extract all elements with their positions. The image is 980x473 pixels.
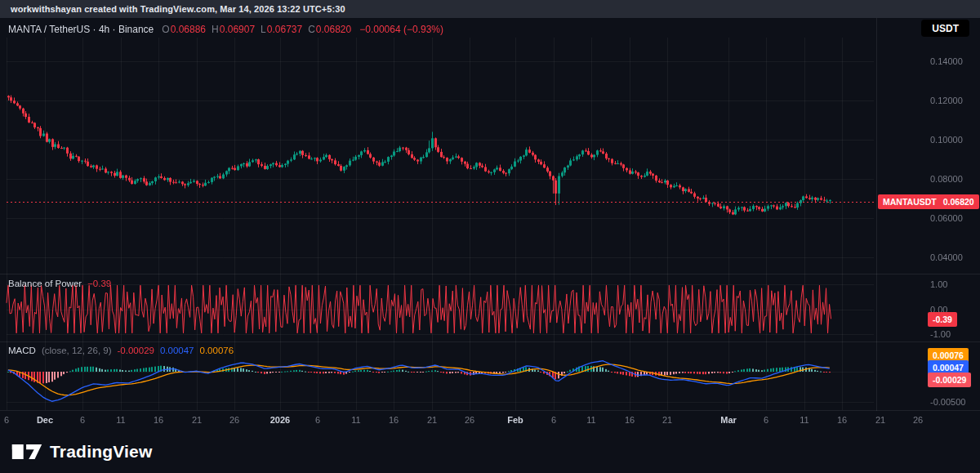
macd-hist-value: -0.00029	[118, 346, 154, 355]
ohlc-values: O0.06886 H0.06907 L0.06737 C0.06820	[162, 24, 351, 35]
chart-canvas[interactable]	[0, 18, 980, 431]
time-axis-label: 6	[748, 415, 784, 425]
price-scale-label: 0.14000	[930, 56, 963, 67]
time-axis-label: 21	[862, 415, 898, 425]
macd-line-value: 0.00047	[160, 346, 194, 355]
high-label: H	[212, 24, 219, 35]
price-scale-label: 0.10000	[930, 134, 963, 145]
price-scale-label: 0.06000	[930, 212, 963, 224]
price-scale-separator[interactable]	[876, 18, 877, 411]
open-pair: O0.06886	[162, 24, 206, 35]
last-price-value: 0.06820	[943, 196, 974, 207]
time-axis-label: 11	[103, 415, 139, 425]
symbol-legend[interactable]: MANTA / TetherUS · 4h · Binance O0.06886…	[8, 24, 443, 35]
time-axis-label: 26	[900, 415, 936, 425]
time-axis-label: 21	[179, 415, 215, 425]
last-price-symbol: MANTAUSDT	[883, 196, 937, 207]
bop-value-tag: -0.39	[928, 312, 957, 327]
time-axis-label: 16	[376, 415, 412, 425]
high-value: 0.06907	[220, 24, 255, 35]
high-pair: H0.06907	[212, 24, 255, 35]
time-axis-label: 21	[414, 415, 450, 425]
time-axis-label: Mar	[710, 415, 746, 425]
time-axis-label: 16	[824, 415, 860, 425]
macd-signal-value: 0.00076	[200, 346, 234, 355]
time-axis-label: 6	[300, 415, 336, 425]
macd-hist-tag: -0.00029	[928, 373, 971, 387]
time-axis-label: 11	[786, 415, 822, 425]
symbol-title[interactable]: MANTA / TetherUS · 4h · Binance	[8, 24, 154, 35]
time-axis-label: 16	[612, 415, 648, 425]
time-axis-label: Feb	[497, 415, 533, 425]
attribution-text: workwithshayan created with TradingView.…	[11, 4, 345, 14]
macd-scale-label: -0.00500	[930, 396, 965, 408]
low-label: L	[261, 24, 266, 35]
time-axis-label: 6	[536, 415, 572, 425]
low-value: 0.06737	[267, 24, 302, 35]
tradingview-logo[interactable]: TradingView	[11, 440, 153, 464]
time-axis-label: 26	[216, 415, 252, 425]
currency-toggle-button[interactable]: USDT	[921, 20, 969, 37]
last-price-tag: MANTAUSDT 0.06820	[878, 194, 979, 209]
close-value: 0.06820	[316, 24, 351, 35]
footer: TradingView	[0, 431, 980, 473]
time-axis-label: 26	[452, 415, 488, 425]
price-scale-label: 0.12000	[930, 95, 963, 106]
time-axis-label: 21	[649, 415, 685, 425]
close-label: C	[308, 24, 315, 35]
time-axis-label: 6	[65, 415, 100, 425]
bop-macd-pane-separator[interactable]	[0, 341, 980, 342]
price-scale-label: 0.08000	[930, 173, 963, 185]
bop-scale-label: -1.00	[930, 328, 951, 340]
bop-value: −0.39	[87, 279, 111, 288]
close-pair: C0.06820	[308, 24, 351, 35]
time-axis-label: Dec	[27, 415, 63, 425]
tradingview-chart-screenshot: workwithshayan created with TradingView.…	[0, 0, 980, 473]
time-axis-label: 2026	[262, 415, 298, 425]
tradingview-logo-icon	[11, 440, 43, 464]
time-axis-label: 11	[338, 415, 374, 425]
open-value: 0.06886	[171, 24, 206, 35]
bop-legend[interactable]: Balance of Power −0.39	[8, 279, 111, 288]
time-axis-label: 11	[573, 415, 609, 425]
low-pair: L0.06737	[261, 24, 302, 35]
price-bop-pane-separator[interactable]	[0, 274, 980, 274]
bop-title[interactable]: Balance of Power	[8, 279, 82, 288]
macd-legend[interactable]: MACD (close, 12, 26, 9) -0.00029 0.00047…	[8, 346, 234, 355]
time-axis-label: 16	[140, 415, 176, 425]
macd-params: (close, 12, 26, 9)	[42, 346, 112, 355]
time-axis-label: 6	[0, 415, 24, 425]
macd-title[interactable]: MACD	[8, 346, 36, 355]
bop-scale-label: 1.00	[930, 279, 947, 290]
open-label: O	[162, 24, 169, 35]
price-scale-label: 0.04000	[930, 252, 963, 263]
change-value: −0.00064 (−0.93%)	[359, 24, 443, 35]
tradingview-wordmark: TradingView	[50, 442, 153, 462]
attribution-bar: workwithshayan created with TradingView.…	[0, 0, 980, 18]
time-axis-separator	[0, 410, 980, 411]
